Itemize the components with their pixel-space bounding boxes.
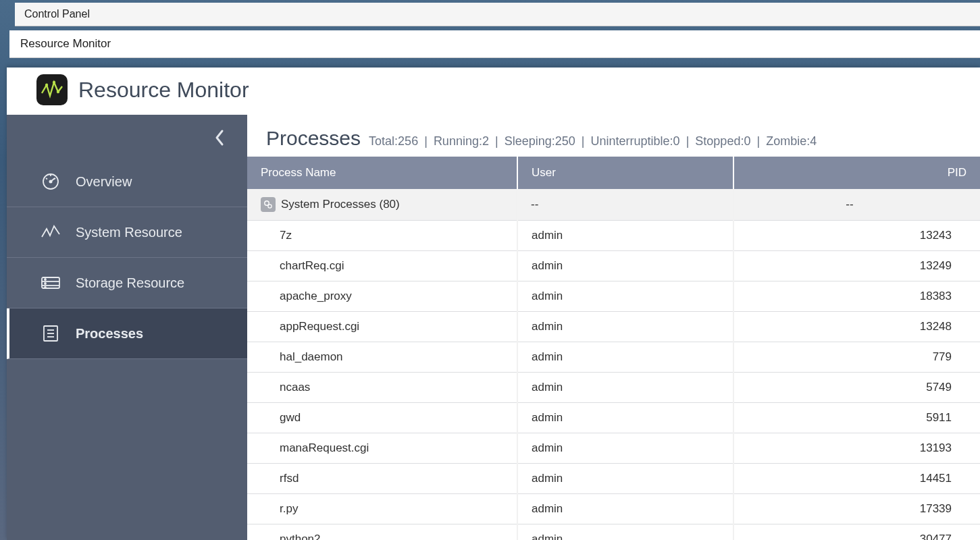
cell-pid: 13248	[733, 312, 980, 342]
svg-line-8	[54, 178, 55, 179]
table-row[interactable]: hal_daemonadmin779	[247, 342, 980, 373]
table-row[interactable]: r.pyadmin17339	[247, 494, 980, 524]
breadcrumb-label: Control Panel	[24, 8, 90, 20]
system-resource-icon	[41, 222, 61, 242]
svg-point-1	[53, 81, 55, 84]
processes-icon	[41, 323, 61, 344]
cell-process-name: manaRequest.cgi	[247, 433, 517, 464]
sidebar-item-label: Overview	[76, 174, 132, 190]
cell-user: admin	[517, 433, 733, 464]
svg-point-14	[45, 287, 46, 288]
cell-user: admin	[517, 373, 733, 403]
breadcrumb-control-panel[interactable]: Control Panel	[15, 3, 980, 26]
sidebar-item-label: Processes	[76, 326, 143, 342]
cell-pid: 5749	[733, 373, 980, 403]
table-row[interactable]: rfsdadmin14451	[247, 464, 980, 494]
svg-point-5	[49, 180, 51, 182]
breadcrumb-resource-monitor[interactable]: Resource Monitor	[9, 30, 980, 58]
cell-user: admin	[517, 342, 733, 373]
col-process-name[interactable]: Process Name	[247, 157, 517, 189]
col-user[interactable]: User	[517, 157, 733, 189]
page-title: Resource Monitor	[78, 78, 249, 103]
table-row[interactable]: manaRequest.cgiadmin13193	[247, 433, 980, 464]
cell-user: admin	[517, 464, 733, 494]
cell-process-name: appRequest.cgi	[247, 312, 517, 342]
cell-process-name: python2	[247, 524, 517, 541]
svg-point-13	[45, 283, 46, 284]
cell-process-name: ncaas	[247, 373, 517, 403]
cell-user: admin	[517, 312, 733, 342]
cell-user: admin	[517, 281, 733, 312]
cell-user: admin	[517, 494, 733, 524]
resource-monitor-window: Resource Monitor OverviewSystem Resource…	[7, 68, 980, 540]
processes-title: Processes	[266, 127, 361, 150]
svg-point-12	[45, 279, 46, 280]
cell-user: admin	[517, 403, 733, 433]
table-row[interactable]: appRequest.cgiadmin13248	[247, 312, 980, 342]
sidebar-collapse-button[interactable]	[7, 119, 247, 157]
group-user: --	[517, 189, 733, 221]
cell-process-name: gwd	[247, 403, 517, 433]
sidebar-item-label: System Resource	[76, 225, 182, 240]
sidebar: OverviewSystem ResourceStorage ResourceP…	[7, 115, 247, 540]
cell-user: admin	[517, 524, 733, 541]
cell-pid: 13193	[733, 433, 980, 464]
cell-pid: 30477	[733, 524, 980, 541]
cell-process-name: 7z	[247, 221, 517, 251]
cell-pid: 779	[733, 342, 980, 373]
group-label: System Processes (80)	[281, 198, 400, 211]
sidebar-item-system-resource[interactable]: System Resource	[7, 207, 247, 258]
col-pid[interactable]: PID	[733, 157, 980, 189]
main-content: Processes Total:256 | Running:2 | Sleepi…	[247, 115, 980, 540]
svg-point-20	[268, 205, 272, 208]
cell-process-name: chartReq.cgi	[247, 251, 517, 281]
gear-icon	[261, 197, 276, 212]
cell-pid: 5911	[733, 403, 980, 433]
cell-process-name: hal_daemon	[247, 342, 517, 373]
table-row[interactable]: chartReq.cgiadmin13249	[247, 251, 980, 281]
sidebar-item-processes[interactable]: Processes	[7, 308, 247, 359]
storage-resource-icon	[41, 273, 61, 293]
cell-pid: 13243	[733, 221, 980, 251]
breadcrumb-label: Resource Monitor	[20, 37, 111, 50]
svg-point-2	[57, 90, 59, 93]
sidebar-item-storage-resource[interactable]: Storage Resource	[7, 258, 247, 308]
svg-line-6	[46, 178, 47, 179]
table-row[interactable]: apache_proxyadmin18383	[247, 281, 980, 312]
cell-user: admin	[517, 251, 733, 281]
table-row[interactable]: ncaasadmin5749	[247, 373, 980, 403]
cell-pid: 17339	[733, 494, 980, 524]
process-stats: Total:256 | Running:2 | Sleeping:250 | U…	[369, 134, 817, 148]
sidebar-item-overview[interactable]: Overview	[7, 157, 247, 207]
table-row[interactable]: python2admin30477	[247, 524, 980, 541]
chevron-left-icon	[213, 128, 226, 147]
overview-icon	[41, 171, 61, 192]
process-table-wrap[interactable]: Process Name User PID System Processes (…	[247, 157, 980, 540]
cell-user: admin	[517, 221, 733, 251]
resource-monitor-icon	[36, 74, 68, 105]
sidebar-item-label: Storage Resource	[76, 275, 184, 291]
cell-process-name: r.py	[247, 494, 517, 524]
process-table: Process Name User PID System Processes (…	[247, 157, 980, 540]
cell-process-name: apache_proxy	[247, 281, 517, 312]
group-pid: --	[733, 189, 980, 221]
process-group-row[interactable]: System Processes (80)----	[247, 189, 980, 221]
cell-pid: 14451	[733, 464, 980, 494]
cell-process-name: rfsd	[247, 464, 517, 494]
processes-heading: Processes Total:256 | Running:2 | Sleepi…	[247, 115, 980, 157]
table-row[interactable]: gwdadmin5911	[247, 403, 980, 433]
svg-point-0	[45, 84, 48, 86]
table-row[interactable]: 7zadmin13243	[247, 221, 980, 251]
cell-pid: 13249	[733, 251, 980, 281]
app-header: Resource Monitor	[7, 68, 980, 115]
cell-pid: 18383	[733, 281, 980, 312]
